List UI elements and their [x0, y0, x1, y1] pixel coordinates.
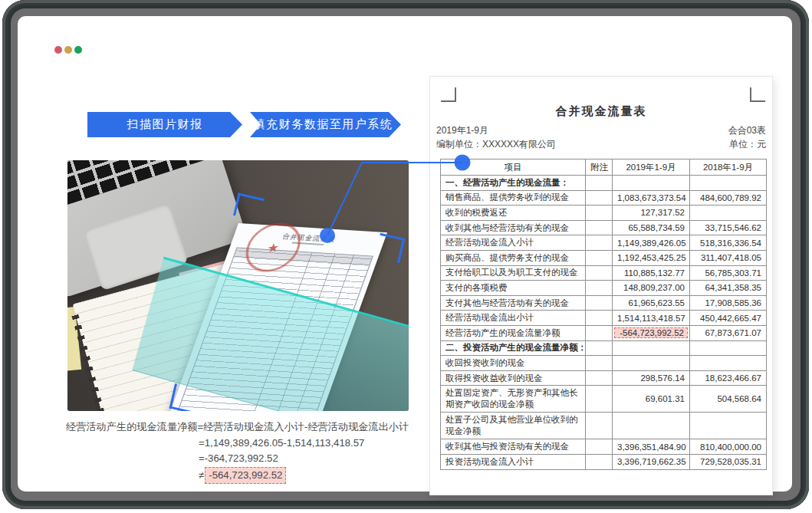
cell-label: 销售商品、提供劳务收到的现金 — [441, 190, 586, 206]
table-row: 投资活动现金流入小计3,396,719,662.35729,528,035.31 — [441, 454, 767, 469]
app-window: 扫描图片财报 填充财务数据至用户系统 合并现金流量表 ★ 经营活动产生的现金 — [18, 16, 792, 492]
formula-line-4: ≠-564,723,992.52 — [66, 467, 426, 485]
viewfinder-bracket-top-right — [375, 233, 406, 264]
cell-y2018 — [690, 176, 767, 191]
cell-label: 收到的税费返还 — [441, 206, 586, 221]
cell-y2019: 1,514,113,418.57 — [613, 311, 690, 326]
close-button[interactable] — [54, 46, 62, 54]
minimize-button[interactable] — [64, 46, 72, 54]
cell-y2019: 61,965,623.55 — [613, 295, 690, 311]
statement-meta-row-1: 2019年1-9月 会合03表 — [436, 124, 766, 137]
cell-y2019 — [613, 340, 690, 356]
cell-y2018: 311,407,418.05 — [690, 250, 767, 265]
table-row: 支付给职工以及为职工支付的现金110,885,132.7756,785,303.… — [441, 265, 767, 281]
header-item: 项目 — [441, 159, 586, 176]
cell-note — [586, 386, 613, 413]
formula-line-2: =1,149,389,426.05-1,514,113,418.57 — [66, 436, 426, 452]
table-header-row: 项目 附注 2019年1-9月 2018年1-9月 — [441, 159, 767, 176]
cell-y2019: 3,396,351,484.90 — [613, 439, 690, 455]
table-row: 收到其他与投资活动有关的现金3,396,351,484.90810,400,00… — [441, 439, 767, 455]
cell-note — [586, 413, 613, 439]
flow-step-fill-label: 填充财务数据至用户系统 — [254, 117, 393, 132]
table-row: 处置子公司及其他营业单位收到的现金净额 — [441, 413, 767, 439]
crop-mark-top-left — [441, 87, 456, 102]
cell-label: 支付其他与经营活动有关的现金 — [441, 295, 586, 311]
cell-y2018 — [690, 206, 767, 221]
table-row: 取得投资收益收到的现金298,576.1418,623,466.67 — [441, 370, 767, 386]
statement-page: 合并现金流量表 2019年1-9月 会合03表 编制单位：XXXXXX有限公司 … — [429, 76, 773, 495]
cell-label: 处置子公司及其他营业单位收到的现金净额 — [441, 413, 586, 439]
table-row: 收到的税费返还127,317.52 — [441, 206, 767, 221]
statement-period: 2019年1-9月 — [436, 124, 488, 137]
formula-line-3: =-364,723,992.52 — [66, 451, 426, 467]
cell-y2018: 504,568.64 — [690, 386, 767, 413]
flow-step-scan: 扫描图片财报 — [87, 112, 242, 137]
cell-y2019: 3,396,719,662.35 — [613, 454, 690, 469]
cell-y2019: 110,885,132.77 — [613, 265, 690, 281]
cell-y2018 — [690, 340, 767, 356]
table-row: 支付其他与经营活动有关的现金61,965,623.5517,908,585.36 — [441, 295, 767, 311]
cell-note — [586, 235, 613, 251]
cell-note — [586, 265, 613, 281]
statement-table: 项目 附注 2019年1-9月 2018年1-9月 一、经营活动产生的现金流量：… — [440, 159, 767, 470]
cell-label: 取得投资收益收到的现金 — [441, 370, 586, 386]
header-2018: 2018年1-9月 — [690, 159, 767, 176]
cell-y2019: 1,149,389,426.05 — [613, 235, 690, 251]
cell-note — [586, 220, 613, 235]
cell-label: 支付给职工以及为职工支付的现金 — [441, 265, 586, 281]
mismatch-value-box: -564,723,992.52 — [205, 467, 286, 485]
statement-table-body: 一、经营活动产生的现金流量：销售商品、提供劳务收到的现金1,083,673,37… — [441, 176, 767, 470]
cell-note — [586, 370, 613, 386]
table-row: 经营活动现金流出小计1,514,113,418.57450,442,665.47 — [441, 311, 767, 326]
cell-note — [586, 295, 613, 311]
cell-y2018: 484,600,789.92 — [690, 190, 767, 206]
table-row: 销售商品、提供劳务收到的现金1,083,673,373.54484,600,78… — [441, 190, 767, 206]
statement-sheet-no: 会合03表 — [728, 124, 766, 137]
not-equal-sign: ≠ — [199, 469, 204, 481]
cell-note — [586, 439, 613, 455]
table-row: 收回投资收到的现金 — [441, 356, 767, 371]
cell-y2018: 518,316,336.54 — [690, 235, 767, 251]
cell-y2018: 67,873,671.07 — [690, 325, 767, 340]
cell-note — [586, 356, 613, 371]
cell-label: 经营活动产生的现金流量净额 — [441, 325, 586, 340]
cell-y2018: 18,623,466.67 — [690, 370, 767, 386]
cell-y2019 — [613, 176, 690, 191]
cell-y2019 — [613, 356, 690, 371]
cell-note — [586, 176, 613, 191]
cell-label: 收到其他与投资活动有关的现金 — [441, 439, 586, 455]
cell-y2019: 1,083,673,373.54 — [613, 190, 690, 206]
flow-step-fill: 填充财务数据至用户系统 — [250, 112, 401, 137]
cell-y2018: 450,442,665.47 — [690, 311, 767, 326]
cell-note — [586, 190, 613, 206]
cell-y2018: 64,341,358.35 — [690, 281, 767, 296]
formula-line-1: 经营活动产生的现金流量净额=经营活动现金流入小计-经营活动现金流出小计 — [66, 419, 426, 436]
cell-y2019: 298,576.14 — [613, 370, 690, 386]
statement-meta-row-2: 编制单位：XXXXXX有限公司 单位：元 — [436, 138, 766, 151]
table-row: 处置固定资产、无形资产和其他长期资产收回的现金净额69,601.31504,56… — [441, 386, 767, 413]
verification-formula: 经营活动产生的现金流量净额=经营活动现金流入小计-经营活动现金流出小计 =1,1… — [66, 419, 426, 484]
table-row: 经营活动现金流入小计1,149,389,426.05518,316,336.54 — [441, 235, 767, 251]
table-row: 购买商品、提供劳务支付的现金1,192,453,425.25311,407,41… — [441, 250, 767, 265]
cell-note — [586, 325, 613, 340]
cell-y2018: 33,715,546.62 — [690, 220, 767, 235]
stamp-star-icon: ★ — [266, 239, 281, 256]
cell-y2018 — [690, 356, 767, 371]
table-row: 一、经营活动产生的现金流量： — [441, 176, 767, 191]
cell-note — [586, 454, 613, 469]
table-row: 经营活动产生的现金流量净额-564,723,992.5267,873,671.0… — [441, 325, 767, 340]
cell-note — [586, 311, 613, 326]
cell-note — [586, 250, 613, 265]
cell-y2019: 65,588,734.59 — [613, 220, 690, 235]
table-row: 收到其他与经营活动有关的现金65,588,734.5933,715,546.62 — [441, 220, 767, 235]
cell-label: 一、经营活动产生的现金流量： — [441, 176, 586, 191]
cell-label: 购买商品、提供劳务支付的现金 — [441, 250, 586, 265]
statement-prepared-by: 编制单位：XXXXXX有限公司 — [436, 138, 556, 151]
cell-label: 投资活动现金流入小计 — [441, 454, 586, 469]
cell-note — [586, 281, 613, 296]
cell-note — [586, 206, 613, 221]
flow-step-scan-label: 扫描图片财报 — [127, 117, 203, 132]
zoom-button[interactable] — [74, 46, 82, 54]
cell-label: 处置固定资产、无形资产和其他长期资产收回的现金净额 — [441, 386, 586, 413]
cell-note — [586, 340, 613, 356]
